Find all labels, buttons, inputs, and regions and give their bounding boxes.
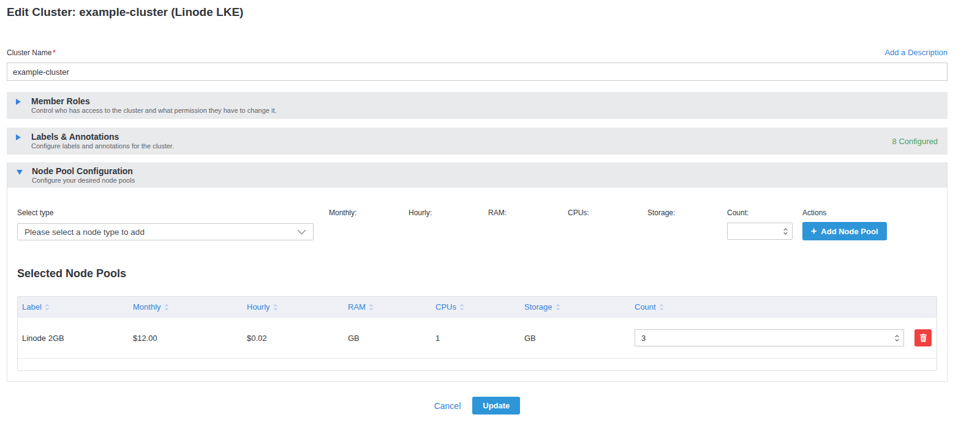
table-header-ram[interactable]: RAM: [344, 297, 431, 317]
header-text: Storage: [524, 302, 552, 311]
accordion-title: Member Roles: [31, 96, 277, 107]
add-node-pool-button[interactable]: + Add Node Pool: [802, 222, 887, 240]
accordion-text: Member Roles Control who has access to t…: [31, 96, 277, 115]
node-type-select-value: Please select a node type to add: [24, 227, 145, 237]
collapsed-caret-icon: [16, 132, 31, 140]
accordion-title: Node Pool Configuration: [32, 166, 135, 177]
table-header-monthly[interactable]: Monthly: [129, 297, 243, 317]
table-empty-footer-row: [18, 358, 937, 370]
accordion-text: Node Pool Configuration Configure your d…: [32, 166, 135, 185]
footer-actions: Cancel Update: [7, 397, 948, 415]
header-text: Count: [635, 302, 656, 311]
table-header-row: Label Monthly Hourly RAM: [18, 297, 937, 317]
pool-monthly-cell: $12.00: [129, 334, 243, 343]
stepper-arrows-icon: [783, 227, 788, 235]
monthly-label: Monthly:: [329, 208, 409, 217]
select-type-column: Select type Please select a node type to…: [17, 208, 314, 240]
required-asterisk: *: [53, 48, 56, 57]
header-text: CPUs: [435, 302, 456, 311]
table-row: Linode 2GB $12.00 $0.02 GB 1 GB: [18, 317, 937, 358]
sort-icon: [369, 304, 374, 311]
chevron-down-icon: [297, 229, 306, 235]
cpus-column: CPUs:: [568, 208, 647, 217]
sort-icon: [556, 304, 560, 311]
header-text: Label: [22, 302, 42, 311]
accordion-labels-annotations[interactable]: Labels & Annotations Configure labels an…: [7, 128, 948, 155]
header-text: RAM: [348, 302, 366, 311]
sort-icon: [273, 304, 278, 311]
storage-label: Storage:: [647, 208, 727, 217]
selected-node-pools-heading: Selected Node Pools: [17, 267, 937, 280]
accordion-node-pool-configuration[interactable]: Node Pool Configuration Configure your d…: [7, 163, 947, 188]
count-label: Count:: [727, 208, 802, 217]
node-pool-panel-body: Select type Please select a node type to…: [7, 208, 947, 381]
sort-icon: [45, 304, 50, 311]
sort-icon: [659, 304, 664, 311]
accordion-text: Labels & Annotations Configure labels an…: [31, 132, 174, 150]
ram-label: RAM:: [488, 208, 568, 217]
table-header-hourly[interactable]: Hourly: [243, 297, 344, 317]
table-header-cpus[interactable]: CPUs: [431, 297, 520, 317]
table-header-count[interactable]: Count: [630, 297, 937, 317]
pool-cpus-cell: 1: [431, 334, 520, 343]
table-header-label[interactable]: Label: [18, 297, 129, 317]
accordion-title: Labels & Annotations: [31, 132, 174, 142]
collapsed-caret-icon: [16, 96, 31, 105]
plus-icon: +: [811, 226, 816, 236]
ram-column: RAM:: [488, 208, 568, 217]
selected-node-pools-table: Label Monthly Hourly RAM: [17, 296, 937, 371]
pool-count-cell: [630, 329, 937, 346]
pool-label-cell: Linode 2GB: [18, 334, 129, 343]
header-text: Hourly: [247, 302, 270, 311]
cluster-name-input[interactable]: [7, 63, 948, 81]
pool-ram-cell: GB: [344, 334, 431, 343]
storage-column: Storage:: [647, 208, 727, 217]
expanded-caret-icon: [17, 166, 32, 175]
table-header-storage[interactable]: Storage: [520, 297, 630, 317]
pool-count-input[interactable]: [641, 334, 874, 343]
accordion-subtitle: Configure labels and annotations for the…: [31, 142, 174, 150]
trash-icon: [919, 334, 927, 342]
cluster-name-label-text: Cluster Name: [7, 48, 51, 57]
add-node-pool-button-label: Add Node Pool: [821, 227, 878, 236]
actions-label: Actions: [802, 208, 887, 217]
page-container: Edit Cluster: example-cluster (Linode LK…: [7, 0, 948, 415]
add-description-link[interactable]: Add a Description: [884, 48, 948, 57]
cluster-name-row: Cluster Name* Add a Description: [7, 48, 948, 57]
cpus-label: CPUs:: [568, 208, 647, 217]
delete-pool-button[interactable]: [914, 329, 932, 346]
hourly-column: Hourly:: [409, 208, 488, 217]
node-pool-configuration-panel: Node Pool Configuration Configure your d…: [7, 162, 948, 382]
count-stepper[interactable]: [727, 223, 793, 240]
hourly-label: Hourly:: [409, 208, 488, 217]
monthly-column: Monthly:: [329, 208, 409, 217]
cancel-button[interactable]: Cancel: [434, 401, 461, 411]
node-type-select[interactable]: Please select a node type to add: [17, 223, 314, 240]
accordion-subtitle: Configure your desired node pools: [32, 177, 135, 185]
cluster-name-label: Cluster Name*: [7, 48, 56, 57]
configured-badge: 8 Configured: [892, 137, 938, 146]
add-node-pool-form: Select type Please select a node type to…: [17, 208, 937, 240]
actions-column: Actions + Add Node Pool: [802, 208, 887, 240]
count-column: Count:: [727, 208, 802, 240]
pool-count-stepper[interactable]: [635, 329, 904, 346]
update-button[interactable]: Update: [472, 397, 520, 415]
stepper-arrows-icon: [894, 334, 900, 342]
pool-hourly-cell: $0.02: [243, 334, 344, 343]
pool-storage-cell: GB: [520, 334, 630, 343]
accordion-member-roles[interactable]: Member Roles Control who has access to t…: [7, 92, 948, 119]
accordion-subtitle: Control who has access to the cluster an…: [31, 107, 277, 115]
sort-icon: [459, 304, 464, 311]
page-title: Edit Cluster: example-cluster (Linode LK…: [7, 0, 948, 19]
sort-icon: [164, 304, 169, 311]
header-text: Monthly: [133, 302, 161, 311]
select-type-label: Select type: [17, 208, 314, 217]
